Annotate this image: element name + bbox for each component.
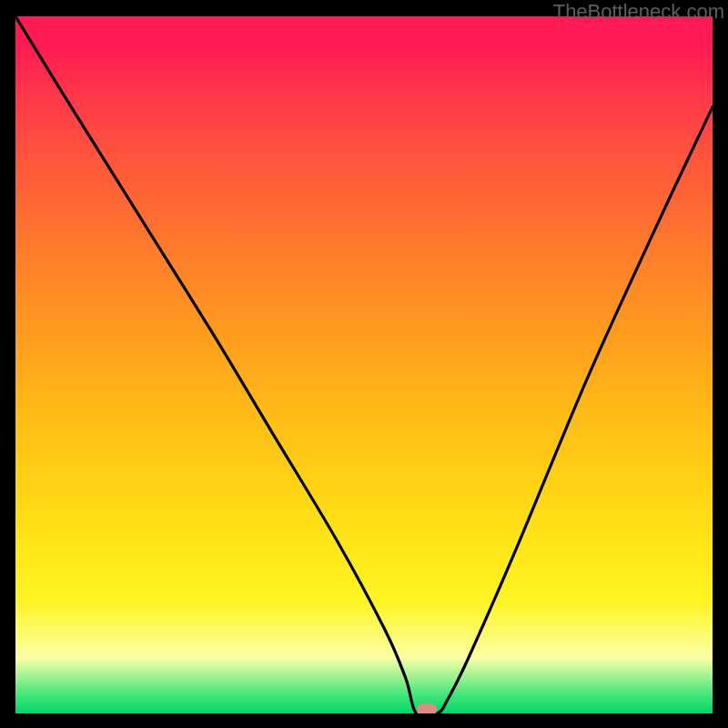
bottleneck-chart (15, 16, 713, 713)
watermark-label: TheBottleneck.com (553, 0, 724, 24)
optimal-point-marker (417, 703, 437, 713)
bottleneck-curve (15, 16, 713, 713)
